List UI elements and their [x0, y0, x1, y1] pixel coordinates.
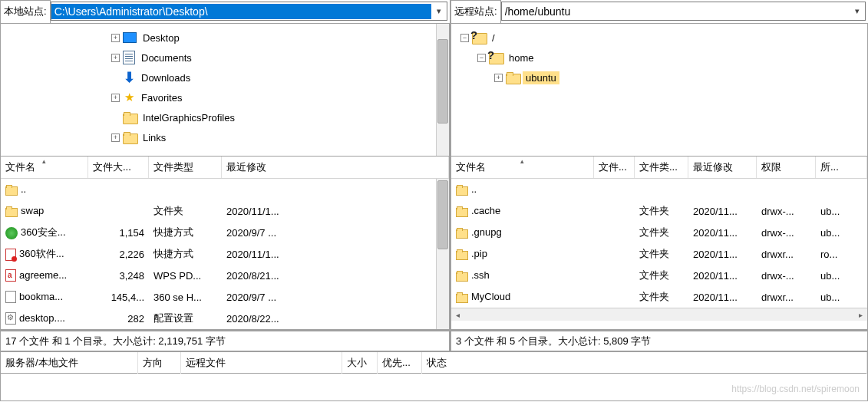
cell-size: [594, 295, 635, 299]
chevron-down-icon[interactable]: ▾: [850, 6, 865, 16]
tree-item[interactable]: ⬇Downloads: [2, 68, 447, 87]
tree-item[interactable]: +Links: [2, 127, 447, 147]
tree-label: Favorites: [138, 91, 185, 104]
cell-size: 3,248: [88, 268, 149, 284]
qcol-status[interactable]: 状态: [422, 352, 867, 374]
queue-header[interactable]: 服务器/本地文件 方向 远程文件 大小 优先... 状态: [0, 351, 868, 374]
cell-type: [635, 187, 688, 192]
col-size[interactable]: 文件...: [594, 157, 635, 178]
col-type[interactable]: 文件类型: [149, 157, 222, 178]
cell-perm: drwx-...: [757, 225, 816, 241]
cell-size: 145,4...: [88, 289, 149, 305]
cell-perm: [757, 187, 816, 192]
watermark-text: https://blog.csdn.net/spiremoon: [731, 384, 860, 394]
tree-item[interactable]: +Desktop: [2, 28, 447, 48]
scroll-right-icon[interactable]: ▸: [854, 311, 867, 319]
col-modified[interactable]: 最近修改: [688, 157, 757, 178]
cell-size: [594, 209, 635, 213]
folder-icon: [456, 186, 468, 196]
cell-name: .cache: [451, 203, 594, 219]
tree-expander[interactable]: −: [460, 34, 469, 42]
cell-owner: ub...: [816, 268, 867, 284]
folder-icon: [456, 251, 468, 260]
local-site-label: 本地站点:: [0, 0, 51, 23]
tree-item[interactable]: IntelGraphicsProfiles: [2, 107, 447, 127]
list-item[interactable]: bookma...145,4...360 se H...2020/9/7 ...: [1, 286, 449, 308]
tree-item[interactable]: −/: [453, 28, 866, 48]
cell-name: 360软件...: [1, 245, 88, 263]
red-icon: [5, 249, 16, 261]
list-item[interactable]: MyCloud文件夹2020/11...drwxr...ub...: [451, 286, 867, 308]
tree-item[interactable]: +★Favorites: [2, 87, 447, 107]
cell-perm: drwx-...: [757, 268, 816, 284]
list-item[interactable]: .ssh文件夹2020/11...drwx-...ub...: [451, 265, 867, 286]
tree-item[interactable]: −home: [453, 48, 866, 68]
scrollbar-vertical[interactable]: [436, 24, 449, 156]
remote-path-combobox[interactable]: ▾: [501, 2, 866, 21]
cell-owner: ub...: [816, 203, 867, 219]
chevron-down-icon[interactable]: ▾: [431, 6, 447, 16]
cell-size: [88, 187, 149, 192]
col-size[interactable]: 文件大...: [88, 157, 149, 178]
col-modified[interactable]: 最近修改: [222, 157, 449, 178]
scrollbar-vertical[interactable]: [436, 179, 449, 329]
remote-tree-pane: −/−home+ubuntu: [451, 24, 868, 157]
list-item[interactable]: .cache文件夹2020/11...drwx-...ub...: [451, 200, 867, 222]
qcol-direction[interactable]: 方向: [138, 352, 181, 374]
tree-label: Links: [140, 131, 169, 144]
scroll-left-icon[interactable]: ◂: [451, 311, 464, 319]
scrollbar-horizontal[interactable]: ◂ ▸: [451, 308, 867, 321]
list-item[interactable]: agreeme...3,248WPS PD...2020/8/21...: [1, 265, 449, 286]
cell-modified: 2020/11/1...: [222, 203, 421, 219]
tree-label: Documents: [138, 51, 195, 64]
cell-modified: 2020/8/22...: [222, 311, 421, 327]
favorites-star-icon: ★: [123, 91, 135, 104]
qcol-priority[interactable]: 优先...: [378, 352, 422, 374]
col-type[interactable]: 文件类...: [635, 157, 688, 178]
cell-type: 文件夹: [635, 245, 688, 263]
list-item[interactable]: swap文件夹2020/11/1...: [1, 200, 449, 222]
cell-owner: ub...: [816, 225, 867, 241]
tree-expander[interactable]: −: [477, 54, 486, 62]
local-path-input[interactable]: [51, 4, 431, 19]
col-name: ▴文件名: [1, 157, 88, 178]
qcol-size[interactable]: 大小: [342, 352, 378, 374]
qcol-remote-file[interactable]: 远程文件: [181, 352, 342, 374]
tree-expander[interactable]: +: [111, 34, 120, 42]
local-tree-pane: +Desktop+Documents⬇Downloads+★FavoritesI…: [0, 24, 451, 157]
cell-modified: [222, 187, 421, 192]
folder-icon: [456, 229, 468, 239]
folder-icon: [506, 72, 520, 84]
tree-item[interactable]: +Documents: [2, 48, 447, 68]
cell-size: [594, 187, 635, 192]
list-item[interactable]: desktop....282配置设置2020/8/22...: [1, 308, 449, 329]
col-perm[interactable]: 权限: [757, 157, 816, 178]
list-item[interactable]: 360软件...2,226快捷方式2020/11/1...: [1, 243, 449, 265]
tree-item[interactable]: +ubuntu: [453, 68, 866, 87]
list-item[interactable]: .gnupg文件夹2020/11...drwx-...ub...: [451, 222, 867, 243]
list-item[interactable]: ..: [1, 179, 449, 200]
cell-size: 1,154: [88, 225, 149, 241]
tree-expander[interactable]: +: [111, 54, 120, 62]
tree-expander[interactable]: +: [111, 133, 120, 142]
list-item[interactable]: ..: [451, 179, 867, 200]
cell-modified: 2020/9/7 ...: [222, 225, 421, 241]
folder-icon: [456, 272, 468, 282]
list-item[interactable]: 360安全...1,154快捷方式2020/9/7 ...: [1, 222, 449, 243]
remote-path-input[interactable]: [502, 4, 850, 19]
list-item[interactable]: .pip文件夹2020/11...drwxr...ro...: [451, 243, 867, 265]
green-icon: [5, 227, 18, 239]
local-path-combobox[interactable]: ▾: [51, 2, 447, 21]
qcol-server-local[interactable]: 服务器/本地文件: [1, 352, 138, 374]
tree-expander[interactable]: +: [111, 94, 120, 102]
cell-type: 文件夹: [635, 202, 688, 220]
local-list-header[interactable]: ▴文件名 文件大... 文件类型 最近修改: [1, 157, 449, 179]
col-owner[interactable]: 所...: [816, 157, 867, 178]
download-arrow-icon: ⬇: [123, 71, 135, 84]
cell-owner: ro...: [816, 246, 867, 262]
cell-modified: 2020/11/1...: [222, 246, 421, 262]
tree-expander[interactable]: +: [494, 74, 503, 82]
folder-icon: [456, 294, 468, 303]
remote-list-header[interactable]: ▴文件名 文件... 文件类... 最近修改 权限 所...: [451, 157, 867, 179]
unknown-folder-icon: [489, 51, 503, 64]
